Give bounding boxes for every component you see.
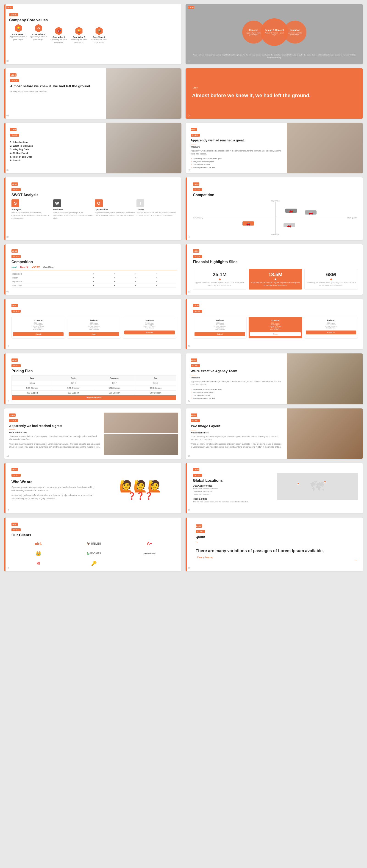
loc-russia-address: The city was a dead black, and the stars… — [193, 501, 274, 503]
slide-15-img-1 — [104, 412, 178, 433]
map-icon: 🗺 — [310, 479, 324, 495]
logo-devrix: DevriX — [20, 266, 28, 269]
slide-07-inner: LOGO SLIDE SWOT Analysis S Strengths Wit… — [9, 182, 176, 220]
tag-01: SLIDE — [9, 13, 18, 16]
client-aplus: A+ — [123, 539, 176, 548]
tag-11: SLIDE — [11, 310, 21, 313]
pricing-btn-row[interactable]: Recommended — [12, 395, 176, 400]
slide-num-14: 14 — [188, 400, 190, 402]
slide-01: LOGO SLIDE Company Core values 💡 Core Va… — [4, 4, 181, 64]
logo-20: LOGO — [196, 524, 202, 528]
logo-05: LOGO — [10, 128, 17, 131]
hex-icon-6: 📦 — [95, 27, 103, 35]
slide-num-06: 06 — [188, 169, 190, 172]
core-value-3: 🏆 Core Value 3 Apparently we had a great… — [70, 27, 88, 44]
logo-11: LOGO — [11, 304, 18, 307]
world-map: 🗺 — [277, 473, 358, 500]
client-nick: nick — [11, 539, 65, 548]
tag-17: SLIDE — [11, 474, 21, 477]
loc-usa-title: USA Center office — [193, 485, 274, 487]
slide-03-title: Almost before we knew it, we had left th… — [10, 84, 102, 89]
slide-06-body: Apparently we had reached a great height… — [191, 150, 283, 156]
hex-icon-2: 💡 — [14, 24, 23, 32]
tag-06: SLIDE — [191, 134, 200, 136]
fin-box-1: 25.1M Apparently we had reached a great … — [193, 269, 246, 290]
slide-14-left: LOGO SLIDE We're Creative Agency Team Ti… — [186, 353, 287, 404]
slide-15-title: Apparently we had reached a great — [9, 424, 101, 428]
agenda-4: 4. Coffee Break — [10, 151, 103, 155]
slide-num-18: 18 — [188, 509, 190, 512]
agenda-6: 6. Lunch — [10, 159, 103, 162]
price-tier-3b: $49/Mon — [306, 319, 356, 321]
slide-num-07: 07 — [6, 236, 9, 238]
bullet-1: Apparently we had reached a great — [191, 157, 283, 160]
price-btn-2[interactable]: Apply — [68, 332, 119, 336]
price-btn-3b[interactable]: Premium — [306, 331, 356, 334]
logo-06: LOGO — [191, 128, 197, 131]
slide-03-sub: The sky was a dead black, and the stars. — [10, 90, 102, 94]
slide-19-inner: LOGO SLIDE Our Clients nick 🦅 SNILES A+ … — [9, 523, 176, 567]
client-sniles: 🦅 SNILES — [67, 539, 121, 548]
th-free: Free — [12, 376, 53, 381]
tag-10: SLIDE — [193, 255, 202, 258]
slide-05-img — [106, 123, 181, 173]
logo-goldbear: GoldBear — [43, 266, 55, 269]
slide-05-left: LOGO SLIDE 1. Introduction 2. What is Bi… — [4, 123, 106, 173]
swot-t: T Threats Sky was a dead black, and the … — [137, 199, 176, 220]
agenda-3: 3. Why Big Data — [10, 148, 103, 151]
agenda-5: 5. Risk of Big Data — [10, 155, 103, 159]
th-pro: Pro — [135, 376, 176, 381]
storage-free: 5GB Storage — [12, 386, 53, 391]
hex-icon-3: 🏆 — [75, 27, 83, 35]
support-business: 360 Support — [94, 391, 135, 395]
slide-09-inner: LOGO SLIDE Competition neat DevriX ●SCTV… — [9, 249, 176, 288]
slide-num-17: 17 — [6, 509, 9, 512]
slide-17-body2: But the majority have suffered alteratio… — [11, 494, 102, 500]
swot-w: W Weakness We had reached a great height… — [53, 199, 93, 220]
slide-01-title: Company Core values — [9, 18, 176, 22]
illustration-figures: 🙋🙋🙋 ❓❓❓ — [119, 480, 162, 500]
slide-num-08: 08 — [188, 236, 190, 238]
fin-boxes: 25.1M Apparently we had reached a great … — [193, 269, 358, 290]
price-features-2b: 5GB Image24/7 SupportStorage TemplateFre… — [250, 322, 301, 330]
client-skifitness: SKIFITNESS — [123, 549, 176, 557]
comp-row-hobby: Hobby ● ● ● ● — [11, 276, 176, 280]
price-btn-3[interactable]: Premium — [124, 331, 175, 334]
quote-author: - Denny Murray — [196, 556, 357, 559]
pricing-storage-row: 5GB Storage 5GB Storage 5GB Storage 5GB … — [12, 386, 176, 391]
bullet-14-2: Height in the atmosphere — [191, 391, 283, 394]
slide-num-02: 02 — [188, 60, 190, 62]
price-btn-1b[interactable]: Submit — [195, 332, 245, 336]
comp-row-low-value: Low Value ● ● ● ● — [11, 284, 176, 288]
slide-06-bullets: Apparently we had reached a great Height… — [191, 157, 283, 169]
comp-logos: neat DevriX ●SCTV GoldBear — [11, 266, 176, 270]
price-btn-1[interactable]: Submit — [13, 332, 63, 336]
storage-basic: 5GB Storage — [53, 386, 94, 391]
support-basic: 360 Support — [53, 391, 94, 395]
slide-17-title: Who We are — [11, 480, 102, 484]
competition-axis-chart: High Price Low Price Low Quality High Qu… — [193, 199, 358, 236]
low-price-label: Low Price — [271, 234, 279, 236]
who-we-are-row: Who We are If you are going to use a pas… — [11, 480, 176, 500]
slide-15-img-2 — [104, 434, 178, 455]
storage-business: 5GB Storage — [94, 386, 135, 391]
slide-14-img — [287, 353, 363, 404]
slide-16-left: LOGO SLIDE Two Image Layout Write subtit… — [186, 408, 287, 459]
price-btn-2b[interactable]: None — [250, 332, 301, 336]
slide-13: LOGO SLIDE Pricing Plan Free Basic Busin… — [4, 353, 181, 404]
logo-02: LOGO — [188, 6, 194, 9]
core-values-grid: 💡 Core Value 2 Apparently we had a great… — [9, 24, 176, 44]
low-quality-label: Low Quality — [193, 217, 203, 219]
price-basic: $10.0 — [53, 381, 94, 386]
logo-17: LOGO — [11, 468, 18, 471]
price-col-19b: $19/Mon 5GB Image24/7 SupportStorage Tem… — [193, 317, 247, 339]
question-marks: ❓❓❓ — [119, 492, 162, 500]
th-basic: Basic — [53, 376, 94, 381]
pricing-recommended-btn[interactable]: Recommended — [12, 395, 176, 400]
loc-usa-address: 1276 South Tennessee AvenueContinental 2… — [193, 488, 274, 496]
slide-03-left: LOGO SLIDE Almost before we knew it, we … — [4, 68, 106, 119]
fin-desc-3: Apparently we had reached a great height… — [306, 281, 356, 287]
swot-w-letter: W — [53, 199, 61, 207]
slide-17-inner: LOGO SLIDE Who We are If you are going t… — [9, 468, 176, 500]
slide-num-15: 15 — [6, 455, 9, 457]
